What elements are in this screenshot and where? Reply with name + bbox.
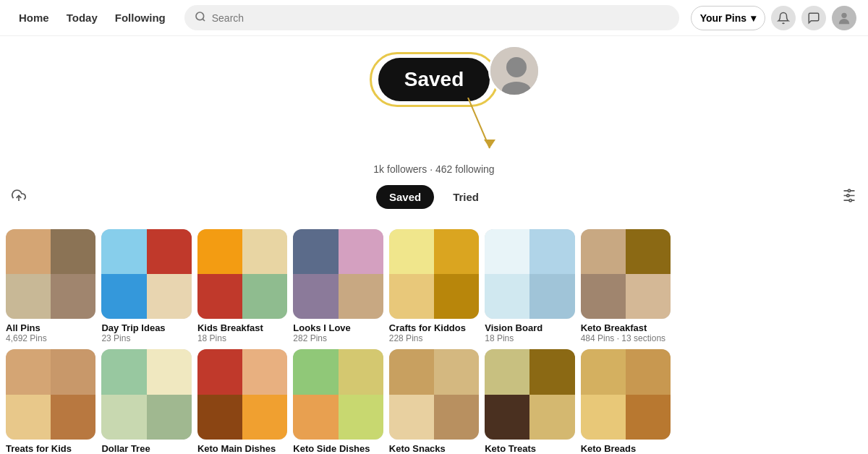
pin-title: Keto Side Dishes bbox=[293, 443, 383, 454]
following-count[interactable]: 462 following bbox=[435, 163, 495, 175]
your-pins-button[interactable]: Your Pins ▾ bbox=[691, 6, 765, 30]
tabs-row: Saved Tried bbox=[0, 185, 868, 209]
pin-title: Keto Main Dishes bbox=[197, 443, 287, 454]
svg-point-15 bbox=[848, 189, 850, 192]
pin-title: Crafts for Kiddos bbox=[389, 322, 479, 333]
pin-title: Kids Breakfast bbox=[197, 322, 287, 333]
header-right: Your Pins ▾ bbox=[691, 6, 856, 30]
pin-card[interactable]: Keto Breakfast484 Pins · 13 sections bbox=[581, 229, 671, 343]
filter-button[interactable] bbox=[842, 188, 856, 206]
messages-button[interactable] bbox=[801, 6, 826, 30]
avatar[interactable] bbox=[832, 6, 856, 30]
search-input[interactable] bbox=[212, 12, 669, 24]
pin-title: Keto Snacks bbox=[389, 443, 479, 454]
pin-card[interactable]: Kids Breakfast18 Pins bbox=[197, 229, 287, 343]
svg-point-16 bbox=[847, 194, 849, 196]
pin-title: Treats for Kids bbox=[6, 443, 95, 454]
svg-point-0 bbox=[196, 12, 204, 20]
pin-title: Looks I Love bbox=[293, 322, 383, 333]
tab-saved[interactable]: Saved bbox=[376, 185, 434, 209]
followers-info: 1k followers · 462 following bbox=[373, 163, 494, 175]
nav-following[interactable]: Following bbox=[108, 7, 173, 28]
pin-card[interactable]: All Pins4,692 Pins bbox=[6, 229, 95, 343]
notifications-button[interactable] bbox=[771, 6, 796, 30]
svg-line-6 bbox=[468, 98, 490, 148]
pin-title: Keto Breakfast bbox=[581, 322, 671, 333]
pin-count: 23 Pins bbox=[101, 333, 191, 343]
pin-card[interactable]: Treats for Kids75 Pins bbox=[6, 349, 95, 454]
annotation-arrow bbox=[432, 98, 504, 155]
pin-count: 484 Pins · 13 sections bbox=[581, 333, 671, 343]
pin-grid-row-1: All Pins4,692 PinsDay Trip Ideas23 PinsK… bbox=[0, 229, 868, 349]
pin-count: 4,692 Pins bbox=[6, 333, 95, 343]
nav-today[interactable]: Today bbox=[59, 7, 105, 28]
pin-card[interactable]: Looks I Love282 Pins bbox=[293, 229, 383, 343]
tab-tried[interactable]: Tried bbox=[440, 185, 492, 209]
pin-count: 18 Pins bbox=[197, 333, 287, 343]
svg-point-4 bbox=[506, 57, 527, 77]
pin-title: Day Trip Ideas bbox=[101, 322, 191, 333]
pin-title: Keto Treats bbox=[485, 443, 574, 454]
search-icon bbox=[195, 11, 206, 25]
pin-card[interactable]: Keto Side Dishes86 Pins bbox=[293, 349, 383, 454]
pin-count: 282 Pins bbox=[293, 333, 383, 343]
header: Home Today Following Your Pins ▾ bbox=[0, 0, 868, 36]
pin-count: 18 Pins bbox=[485, 333, 574, 343]
saved-badge: Saved bbox=[378, 58, 490, 101]
followers-count[interactable]: 1k followers bbox=[373, 163, 427, 175]
pin-card[interactable]: Keto Snacks117 Pins bbox=[389, 349, 479, 454]
pin-card[interactable]: Keto Treats1,554 Pins bbox=[485, 349, 574, 454]
pin-title: Vision Board bbox=[485, 322, 574, 333]
pin-card[interactable]: Keto Breads286 Pins bbox=[581, 349, 671, 454]
pin-card[interactable]: Keto Main Dishes536 Pins bbox=[197, 349, 287, 454]
profile-avatar[interactable] bbox=[488, 45, 540, 97]
pin-card[interactable]: Crafts for Kiddos228 Pins bbox=[389, 229, 479, 343]
profile-area: Saved 1k followers · 462 following bbox=[0, 36, 868, 229]
upload-button[interactable] bbox=[12, 188, 26, 206]
pin-card[interactable]: Day Trip Ideas23 Pins bbox=[101, 229, 191, 343]
pin-card[interactable]: Vision Board18 Pins bbox=[485, 229, 574, 343]
svg-point-17 bbox=[849, 199, 851, 201]
pin-title: Dollar Tree Preschool... bbox=[101, 443, 191, 454]
pin-count: 228 Pins bbox=[389, 333, 479, 343]
search-bar bbox=[184, 5, 679, 30]
svg-marker-7 bbox=[484, 140, 495, 148]
svg-point-2 bbox=[841, 12, 846, 17]
pin-grid-row-2: Treats for Kids75 PinsDollar Tree Presch… bbox=[0, 349, 868, 454]
pin-title: Keto Breads bbox=[581, 443, 671, 454]
nav-links: Home Today Following bbox=[12, 7, 173, 28]
pin-title: All Pins bbox=[6, 322, 95, 333]
nav-home[interactable]: Home bbox=[12, 7, 56, 28]
svg-line-1 bbox=[203, 19, 205, 21]
pin-card[interactable]: Dollar Tree Preschool...56 Pins bbox=[101, 349, 191, 454]
